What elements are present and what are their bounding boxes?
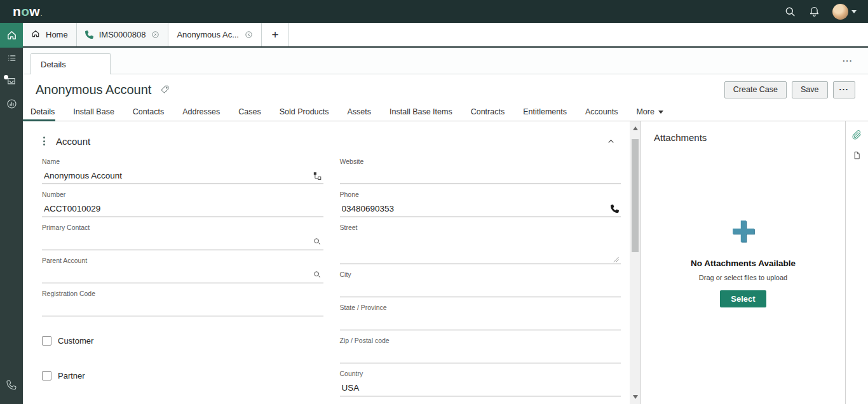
phone-icon[interactable] <box>611 205 619 213</box>
select-files-button[interactable]: Select <box>720 290 766 307</box>
account-form: Account Name <box>23 121 630 404</box>
form-column-left: Name Number <box>42 158 323 403</box>
tab-interaction[interactable]: IMS0000808 <box>77 23 169 46</box>
workspace-tabstrip: Home IMS0000808 Anonymous Ac... <box>23 23 868 48</box>
field-label: Zip / Postal code <box>340 337 621 344</box>
field-partner: Partner <box>42 371 323 380</box>
form-scrollbar[interactable] <box>630 121 641 404</box>
logo-letter: w <box>29 4 40 19</box>
field-country: Country <box>340 370 621 396</box>
close-tab-icon[interactable] <box>245 30 253 39</box>
sidebar-item-home[interactable] <box>0 23 23 48</box>
country-input[interactable] <box>342 383 620 393</box>
website-input[interactable] <box>342 171 620 180</box>
sidebar-item-inbox[interactable] <box>0 71 23 93</box>
close-tab-icon[interactable] <box>151 30 159 39</box>
zip-input[interactable] <box>342 350 620 360</box>
attachments-title: Attachments <box>654 132 832 143</box>
field-street: Street <box>340 224 621 264</box>
paperclip-icon[interactable] <box>851 130 862 140</box>
street-textarea[interactable] <box>342 243 610 262</box>
tab-assets[interactable]: Assets <box>347 107 372 121</box>
resize-handle-icon[interactable] <box>613 257 619 262</box>
chevron-down-icon <box>658 111 663 114</box>
sidebar-item-lists[interactable] <box>0 48 23 71</box>
primary-contact-input[interactable] <box>44 237 309 246</box>
record-header: Anonymous Account Create Case Save ··· <box>23 74 868 105</box>
name-input[interactable] <box>44 171 309 180</box>
field-label: State / Province <box>340 304 621 311</box>
user-menu[interactable] <box>832 4 857 20</box>
analytics-icon <box>6 98 18 112</box>
tab-more[interactable]: More <box>635 107 663 121</box>
tab-contracts[interactable]: Contracts <box>470 107 506 121</box>
tab-label: Home <box>46 30 68 39</box>
tab-details[interactable]: Details <box>30 107 55 121</box>
more-actions-button[interactable]: ··· <box>833 81 856 98</box>
field-customer: Customer <box>42 336 323 346</box>
scrollbar-thumb[interactable] <box>632 139 639 252</box>
number-input[interactable] <box>44 204 322 213</box>
field-primary-contact: Primary Contact <box>42 224 323 250</box>
app-window: now. <box>0 0 868 404</box>
field-label: Registration Code <box>42 290 323 297</box>
document-icon[interactable] <box>852 151 862 160</box>
hierarchy-icon[interactable] <box>313 172 322 180</box>
tab-install-base-items[interactable]: Install Base Items <box>389 107 453 121</box>
save-button[interactable]: Save <box>792 81 828 98</box>
new-tab-button[interactable]: + <box>262 23 289 46</box>
tab-contacts[interactable]: Contacts <box>132 107 165 121</box>
tab-addresses[interactable]: Addresses <box>182 107 220 121</box>
now-logo: now. <box>13 4 42 19</box>
search-icon[interactable] <box>784 6 796 18</box>
main-area: Home IMS0000808 Anonymous Ac... <box>23 23 868 404</box>
tab-entitlements[interactable]: Entitlements <box>522 107 567 121</box>
attachments-empty-state: No Attachments Available Drag or select … <box>654 217 832 307</box>
field-phone: Phone <box>340 191 621 217</box>
record-actions: Create Case Save ··· <box>724 81 855 98</box>
subtab-overflow-button[interactable]: ··· <box>836 55 859 67</box>
chevron-up-icon[interactable] <box>606 137 616 146</box>
tab-accounts[interactable]: Accounts <box>585 107 618 121</box>
field-website: Website <box>340 158 621 184</box>
scroll-down-arrow[interactable] <box>633 395 638 399</box>
customer-checkbox[interactable] <box>42 336 51 346</box>
field-label: Primary Contact <box>42 224 323 231</box>
list-icon <box>6 53 17 66</box>
state-input[interactable] <box>342 317 620 327</box>
phone-icon <box>85 30 93 39</box>
field-city: City <box>340 271 621 297</box>
sidebar-item-phone[interactable] <box>0 375 23 398</box>
subtab-details[interactable]: Details <box>31 53 111 74</box>
city-input[interactable] <box>342 284 620 293</box>
scroll-up-arrow[interactable] <box>633 126 638 130</box>
partner-checkbox[interactable] <box>42 371 51 380</box>
registration-code-input[interactable] <box>44 303 322 313</box>
avatar[interactable] <box>832 4 848 20</box>
tab-label: Anonymous Ac... <box>177 30 239 39</box>
tab-install-base[interactable]: Install Base <box>72 107 115 121</box>
phone-input[interactable] <box>342 204 607 213</box>
tab-record-active[interactable]: Anonymous Ac... <box>168 23 262 46</box>
tab-sold-products[interactable]: Sold Products <box>279 107 330 121</box>
empty-state-title: No Attachments Available <box>691 259 796 268</box>
record-subtab-row: Details ··· <box>23 48 868 74</box>
tab-home[interactable]: Home <box>23 23 77 46</box>
tag-icon[interactable] <box>160 84 170 95</box>
home-icon <box>31 29 40 40</box>
field-label: Parent Account <box>42 257 323 264</box>
account-section-header: Account <box>42 135 621 147</box>
sidebar-item-analytics[interactable] <box>0 93 23 116</box>
topbar-actions <box>784 4 857 20</box>
tab-cases[interactable]: Cases <box>238 107 261 121</box>
create-case-button[interactable]: Create Case <box>724 81 787 98</box>
parent-account-input[interactable] <box>44 270 309 279</box>
magnifier-icon[interactable] <box>313 270 322 279</box>
page-title: Anonymous Account <box>36 83 151 97</box>
kebab-menu-icon[interactable] <box>42 135 46 147</box>
bell-icon[interactable] <box>808 6 820 18</box>
field-label: Website <box>340 158 621 165</box>
field-label: Name <box>42 158 323 165</box>
add-attachment-plus-icon[interactable] <box>729 217 758 248</box>
magnifier-icon[interactable] <box>313 237 322 246</box>
